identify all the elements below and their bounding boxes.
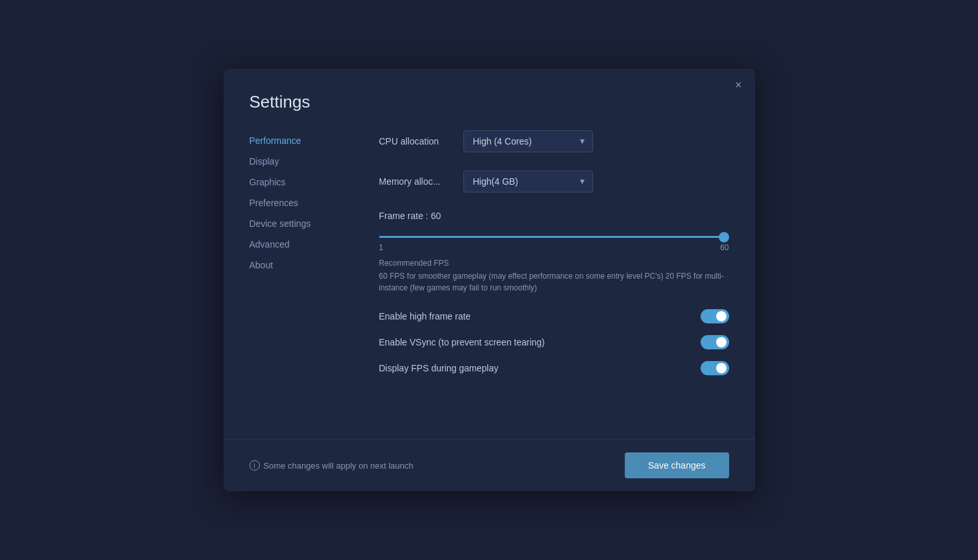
settings-modal: × Settings Performance Display Graphics … bbox=[224, 69, 755, 491]
display-fps-track bbox=[701, 361, 729, 375]
high-frame-rate-track bbox=[701, 309, 729, 323]
vsync-toggle[interactable] bbox=[701, 335, 729, 349]
frame-rate-slider-wrapper bbox=[379, 229, 729, 240]
sidebar-item-preferences[interactable]: Preferences bbox=[250, 192, 353, 213]
display-fps-label: Display FPS during gameplay bbox=[379, 363, 498, 373]
display-fps-thumb bbox=[716, 363, 727, 373]
sidebar-item-performance[interactable]: Performance bbox=[250, 130, 353, 151]
display-fps-row: Display FPS during gameplay bbox=[379, 361, 729, 375]
high-frame-rate-thumb bbox=[716, 311, 727, 321]
recommended-fps-title: Recommended FPS bbox=[379, 259, 729, 268]
main-content: CPU allocation High (4 Cores) ▼ Memory a… bbox=[353, 130, 755, 400]
modal-title: Settings bbox=[224, 69, 755, 130]
memory-allocation-row: Memory alloc... High(4 GB) ▼ bbox=[379, 170, 729, 192]
cpu-allocation-label: CPU allocation bbox=[379, 136, 463, 146]
sidebar-item-display[interactable]: Display bbox=[250, 151, 353, 172]
sidebar: Performance Display Graphics Preferences… bbox=[224, 130, 353, 400]
cpu-allocation-dropdown[interactable]: High (4 Cores) bbox=[463, 130, 593, 152]
sidebar-item-advanced[interactable]: Advanced bbox=[250, 234, 353, 255]
slider-min-label: 1 bbox=[379, 243, 384, 252]
save-changes-button[interactable]: Save changes bbox=[625, 452, 729, 478]
vsync-thumb bbox=[716, 337, 727, 347]
cpu-allocation-row: CPU allocation High (4 Cores) ▼ bbox=[379, 130, 729, 152]
memory-allocation-dropdown[interactable]: High(4 GB) bbox=[463, 170, 593, 192]
memory-dropdown-wrapper: High(4 GB) ▼ bbox=[463, 170, 593, 192]
frame-rate-slider[interactable] bbox=[379, 236, 729, 238]
slider-max-label: 60 bbox=[720, 243, 728, 252]
info-icon: i bbox=[250, 460, 260, 471]
recommended-fps-section: Recommended FPS 60 FPS for smoother game… bbox=[379, 259, 729, 294]
display-fps-toggle[interactable] bbox=[701, 361, 729, 375]
high-frame-rate-toggle[interactable] bbox=[701, 309, 729, 323]
high-frame-rate-label: Enable high frame rate bbox=[379, 311, 471, 321]
recommended-fps-desc: 60 FPS for smoother gameplay (may effect… bbox=[379, 270, 729, 294]
frame-rate-section: Frame rate : 60 1 60 Recommended FPS 60 … bbox=[379, 211, 729, 294]
cpu-dropdown-wrapper: High (4 Cores) ▼ bbox=[463, 130, 593, 152]
frame-rate-label: Frame rate : 60 bbox=[379, 211, 729, 221]
high-frame-rate-row: Enable high frame rate bbox=[379, 309, 729, 323]
vsync-track bbox=[701, 335, 729, 349]
sidebar-item-device-settings[interactable]: Device settings bbox=[250, 213, 353, 234]
vsync-label: Enable VSync (to prevent screen tearing) bbox=[379, 337, 545, 347]
sidebar-item-graphics[interactable]: Graphics bbox=[250, 172, 353, 192]
vsync-row: Enable VSync (to prevent screen tearing) bbox=[379, 335, 729, 349]
footer-note: i Some changes will apply on next launch bbox=[250, 460, 612, 471]
memory-allocation-label: Memory alloc... bbox=[379, 176, 463, 187]
modal-body: Performance Display Graphics Preferences… bbox=[224, 130, 755, 400]
modal-footer: i Some changes will apply on next launch… bbox=[224, 439, 755, 491]
close-button[interactable]: × bbox=[735, 79, 742, 91]
footer-note-text: Some changes will apply on next launch bbox=[264, 461, 413, 471]
slider-range-labels: 1 60 bbox=[379, 243, 729, 252]
sidebar-item-about[interactable]: About bbox=[250, 255, 353, 275]
